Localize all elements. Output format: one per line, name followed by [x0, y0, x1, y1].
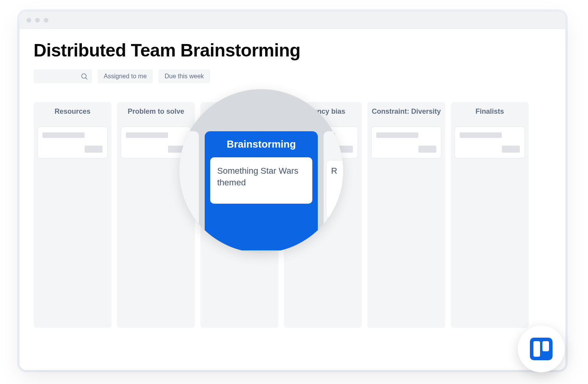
filter-due[interactable]: Due this week	[158, 69, 210, 83]
app-badge[interactable]	[518, 326, 565, 372]
filter-bar: Assigned to me Due this week	[34, 69, 551, 83]
card-placeholder[interactable]	[37, 127, 108, 159]
search-icon	[80, 72, 88, 80]
window-chrome	[19, 12, 565, 29]
column-title: Problem to solve	[121, 107, 191, 116]
window-dot-close[interactable]	[27, 18, 31, 23]
column-title: Constraint: Diversity	[371, 107, 441, 116]
column-problem[interactable]: Problem to solve	[117, 102, 195, 328]
card-placeholder[interactable]	[121, 127, 191, 159]
column-finalists[interactable]: Finalists	[451, 102, 529, 328]
magnifier-lens: R Brainstorming Something Star Wars them…	[179, 89, 343, 253]
magnifier-column-title: Brainstorming	[210, 138, 312, 150]
column-diversity[interactable]: Constraint: Diversity	[367, 102, 445, 328]
placeholder-tag	[418, 146, 436, 153]
board-area: Distributed Team Brainstorming Assigned …	[19, 29, 565, 370]
card-placeholder[interactable]	[371, 127, 441, 159]
search-input[interactable]	[34, 69, 92, 83]
column-title: Finalists	[455, 107, 525, 116]
svg-line-1	[86, 78, 87, 79]
card-placeholder[interactable]	[455, 127, 525, 159]
window-dot-min[interactable]	[35, 18, 40, 23]
column-resources[interactable]: Resources	[34, 102, 112, 328]
magnifier-focus-column[interactable]: Brainstorming Something Star Wars themed	[205, 131, 318, 250]
browser-window: Distributed Team Brainstorming Assigned …	[19, 12, 565, 370]
placeholder-line	[43, 132, 85, 138]
placeholder-line	[376, 132, 418, 138]
magnifier-card[interactable]: Something Star Wars themed	[210, 157, 312, 204]
placeholder-tag	[502, 146, 520, 153]
column-title: Resources	[37, 107, 108, 116]
placeholder-line	[126, 132, 168, 138]
window-dot-max[interactable]	[44, 18, 48, 23]
placeholder-line	[460, 132, 502, 138]
trello-icon	[530, 338, 553, 360]
placeholder-tag	[85, 146, 103, 153]
filter-assigned[interactable]: Assigned to me	[97, 69, 153, 83]
board-title: Distributed Team Brainstorming	[34, 40, 551, 61]
